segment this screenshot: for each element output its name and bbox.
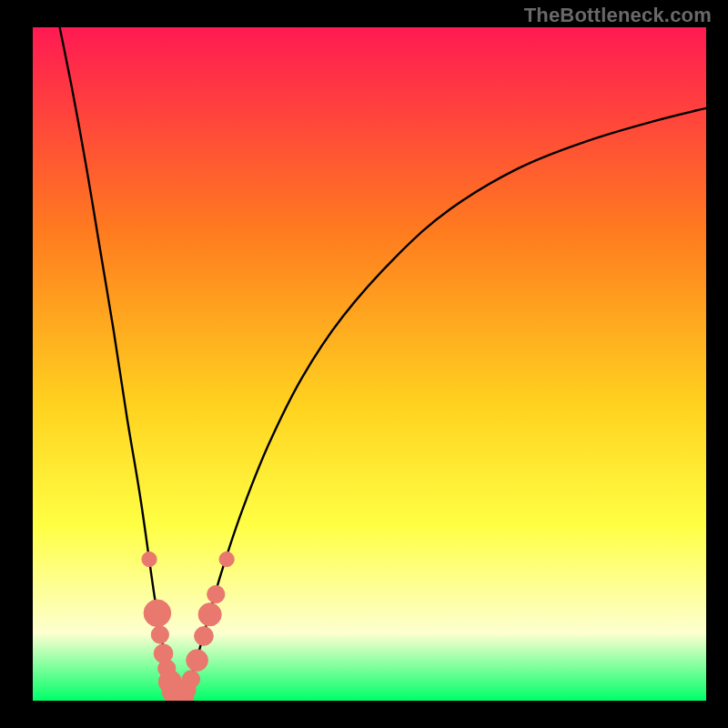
watermark-text: TheBottleneck.com — [524, 4, 712, 27]
data-marker — [144, 600, 171, 627]
frame: TheBottleneck.com — [0, 0, 728, 728]
data-marker — [195, 627, 214, 646]
plot-area — [33, 27, 706, 701]
data-marker — [182, 671, 199, 688]
data-marker — [219, 551, 234, 566]
data-marker — [142, 551, 157, 566]
data-marker — [198, 603, 221, 626]
data-marker — [187, 650, 208, 672]
data-marker — [151, 626, 168, 643]
gradient-background — [33, 27, 706, 701]
data-marker — [207, 585, 225, 602]
chart-svg — [33, 27, 706, 701]
